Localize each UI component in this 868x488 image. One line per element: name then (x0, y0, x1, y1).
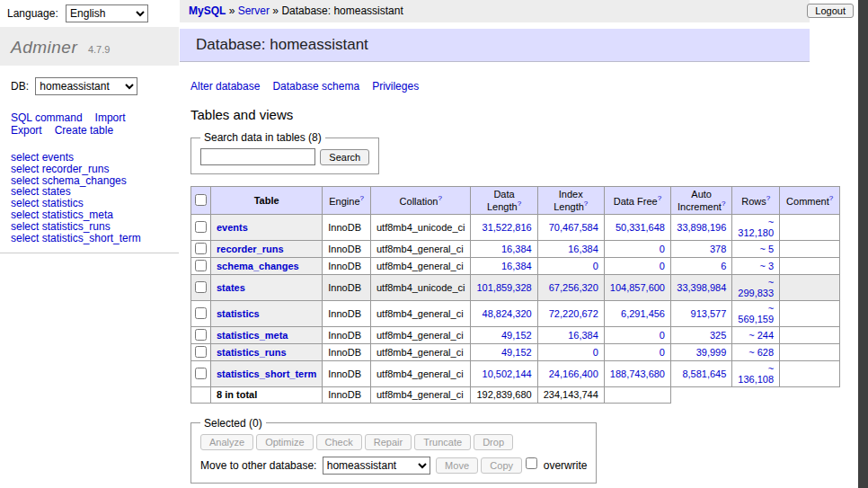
data-free-link[interactable]: 0 (660, 244, 665, 254)
bulk-analyze-button[interactable]: Analyze (200, 434, 253, 450)
scrollbar[interactable] (858, 0, 868, 488)
db-link-database-schema[interactable]: Database schema (272, 80, 359, 93)
auto-increment-link[interactable]: 33,898,196 (677, 222, 726, 233)
auto-increment-link[interactable]: 8,581,645 (682, 368, 726, 379)
app-name[interactable]: Adminer (11, 38, 77, 57)
app-version: 4.7.9 (88, 44, 110, 55)
data-length-link[interactable]: 48,824,320 (483, 308, 532, 319)
data-length-cell: 49,152 (471, 326, 537, 343)
table-name-link[interactable]: states (217, 282, 245, 293)
table-name-link[interactable]: statistics (217, 308, 260, 319)
table-name-link[interactable]: recorder_runs (217, 244, 284, 254)
data-free-link[interactable]: 0 (660, 330, 665, 341)
help-link[interactable]: ? (829, 194, 833, 202)
data-free-link[interactable]: 0 (660, 347, 665, 358)
breadcrumb-link-mysql[interactable]: MySQL (189, 4, 226, 17)
bulk-truncate-button[interactable]: Truncate (414, 434, 471, 450)
table-name-link[interactable]: statistics_meta (217, 330, 288, 341)
row-checkbox[interactable] (195, 329, 207, 341)
copy-button[interactable]: Copy (481, 457, 522, 474)
auto-increment-link[interactable]: 33,398,984 (677, 282, 726, 293)
help-link[interactable]: ? (658, 194, 661, 202)
sidebar-link-sql-command[interactable]: SQL command (11, 111, 83, 124)
row-checkbox[interactable] (195, 368, 207, 379)
overwrite-checkbox[interactable] (526, 457, 537, 469)
move-button[interactable]: Move (436, 457, 478, 474)
row-checkbox[interactable] (195, 221, 207, 233)
bulk-drop-button[interactable]: Drop (474, 434, 513, 450)
table-name-link[interactable]: events (217, 222, 248, 233)
row-checkbox[interactable] (195, 307, 207, 319)
sidebar-table-link-select-statistics-runs[interactable]: select statistics_runs (11, 221, 168, 233)
help-link[interactable]: ? (584, 200, 588, 208)
overwrite-label[interactable]: overwrite (544, 459, 588, 472)
auto-increment-link[interactable]: 6 (721, 261, 726, 271)
index-length-link[interactable]: 16,384 (568, 244, 598, 254)
index-length-link[interactable]: 67,256,320 (549, 282, 598, 293)
row-checkbox[interactable] (195, 260, 207, 271)
search-button[interactable]: Search (320, 149, 369, 165)
data-free-link[interactable]: 104,857,600 (610, 282, 665, 293)
rows-count-link[interactable]: ~ 628 (748, 347, 774, 358)
table-name-link[interactable]: statistics_runs (217, 347, 287, 358)
breadcrumb-link-server[interactable]: Server (238, 4, 270, 17)
data-length-link[interactable]: 10,502,144 (483, 368, 532, 379)
sidebar-table-link-select-statistics-meta[interactable]: select statistics_meta (11, 209, 168, 221)
index-length-link[interactable]: 24,166,400 (549, 368, 598, 379)
rows-count-link[interactable]: ~ 299,833 (738, 277, 774, 298)
db-link-alter-database[interactable]: Alter database (190, 80, 260, 93)
sidebar-table-link-select-statistics-short-term[interactable]: select statistics_short_term (11, 233, 168, 244)
data-length-link[interactable]: 49,152 (501, 347, 532, 358)
auto-increment-link[interactable]: 913,577 (691, 308, 727, 319)
help-link[interactable]: ? (438, 194, 441, 202)
data-length-link[interactable]: 16,384 (501, 244, 532, 254)
table-name-link[interactable]: schema_changes (217, 261, 299, 271)
logout-button[interactable]: Logout (807, 4, 854, 18)
index-length-link[interactable]: 16,384 (568, 330, 598, 341)
auto-increment-link[interactable]: 378 (710, 244, 726, 254)
data-free-link[interactable]: 50,331,648 (616, 222, 665, 233)
rows-count-link[interactable]: ~ 3 (760, 261, 775, 271)
auto-increment-link[interactable]: 325 (710, 330, 726, 341)
auto-increment-link[interactable]: 39,999 (696, 347, 727, 358)
sidebar-table-link-select-recorder-runs[interactable]: select recorder_runs (11, 164, 168, 175)
data-length-link[interactable]: 16,384 (501, 261, 532, 271)
row-select-cell (191, 214, 211, 240)
bulk-repair-button[interactable]: Repair (365, 434, 412, 450)
rows-count-link[interactable]: ~ 312,180 (738, 217, 774, 238)
sidebar-link-create-table[interactable]: Create table (55, 124, 113, 137)
rows-count-link[interactable]: ~ 244 (748, 330, 774, 341)
move-db-select[interactable]: homeassistant (323, 457, 430, 475)
db-select[interactable]: homeassistant (35, 77, 137, 95)
index-length-link[interactable]: 72,220,672 (549, 308, 598, 319)
table-name-link[interactable]: statistics_short_term (217, 368, 316, 379)
help-link[interactable]: ? (518, 200, 521, 208)
rows-count-link[interactable]: ~ 136,108 (738, 363, 774, 385)
db-link-privileges[interactable]: Privileges (372, 80, 419, 93)
index-length-link[interactable]: 0 (593, 347, 598, 358)
sidebar-table-link-select-events[interactable]: select events (11, 152, 168, 164)
bulk-optimize-button[interactable]: Optimize (256, 434, 313, 450)
bulk-check-button[interactable]: Check (316, 434, 362, 450)
data-free-link[interactable]: 6,291,456 (621, 308, 665, 319)
help-link[interactable]: ? (766, 194, 770, 202)
row-checkbox[interactable] (195, 281, 207, 293)
data-free-link[interactable]: 0 (660, 261, 665, 271)
index-length-link[interactable]: 70,467,584 (549, 222, 598, 233)
search-input[interactable] (200, 148, 315, 165)
row-checkbox[interactable] (195, 346, 207, 358)
select-all-checkbox[interactable] (195, 194, 207, 206)
data-length-link[interactable]: 49,152 (501, 330, 532, 341)
rows-count-link[interactable]: ~ 5 (760, 244, 775, 254)
data-free-link[interactable]: 188,743,680 (610, 368, 665, 379)
data-length-link[interactable]: 31,522,816 (483, 222, 532, 233)
row-checkbox[interactable] (195, 243, 207, 254)
rows-count-link[interactable]: ~ 569,159 (738, 303, 774, 324)
table-row: recorder_runsInnoDButf8mb4_general_ci16,… (191, 240, 840, 257)
data-length-link[interactable]: 101,859,328 (476, 282, 531, 293)
help-link[interactable]: ? (360, 194, 364, 202)
help-link[interactable]: ? (722, 200, 725, 208)
sidebar-link-import[interactable]: Import (95, 111, 126, 124)
sidebar-link-export[interactable]: Export (11, 124, 42, 137)
index-length-link[interactable]: 0 (593, 261, 598, 271)
